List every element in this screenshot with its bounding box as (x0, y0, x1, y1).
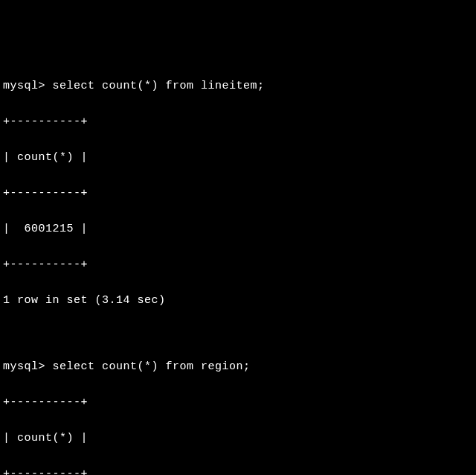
mysql-prompt: mysql> (3, 80, 45, 92)
table-header: | count(*) | (3, 430, 473, 447)
table-border-top: +----------+ (3, 113, 473, 131)
table-border-mid: +----------+ (3, 185, 473, 203)
table-border-top: +----------+ (3, 394, 473, 412)
command-line-1: mysql> select count(*) from lineitem; (3, 77, 473, 95)
command-line-2: mysql> select count(*) from region; (3, 358, 473, 376)
mysql-prompt: mysql> (3, 360, 45, 373)
table-border-bottom: +----------+ (3, 256, 473, 274)
result-summary: 1 row in set (3.14 sec) (3, 292, 473, 310)
table-border-mid: +----------+ (3, 465, 473, 476)
sql-command: select count(*) from region; (53, 360, 251, 373)
table-header: | count(*) | (3, 149, 473, 167)
spacer (3, 328, 473, 340)
sql-command: select count(*) from lineitem; (53, 80, 265, 92)
table-row: | 6001215 | (3, 220, 473, 238)
